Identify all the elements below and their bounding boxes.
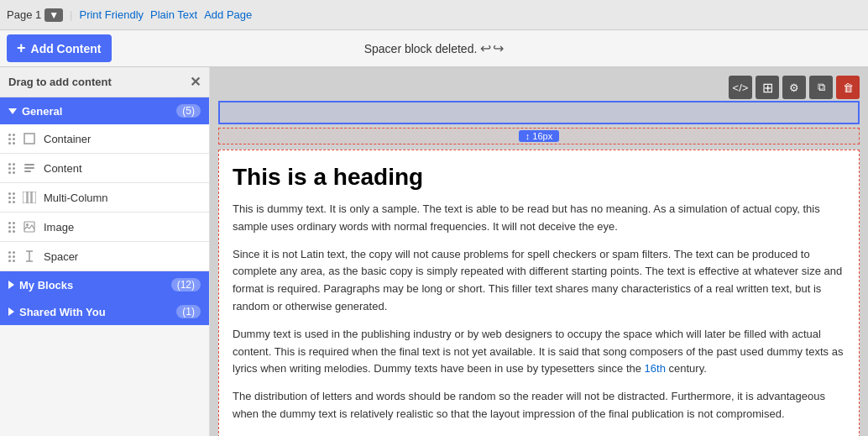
status-message: Spacer block deleted. ↩ ↪ [364, 40, 505, 56]
drag-handle [8, 163, 15, 174]
highlight-16th: 16th [645, 362, 666, 375]
page-indicator: Page 1 ▼ [7, 8, 63, 22]
content-block: This is a heading This is dummy text. It… [218, 150, 860, 436]
sidebar-close-button[interactable]: ✕ [190, 74, 201, 90]
my-blocks-section[interactable]: My Blocks (12) [0, 271, 209, 298]
sidebar-item-content[interactable]: Content [0, 154, 209, 183]
container-icon [22, 131, 37, 146]
drag-handle [8, 192, 15, 203]
multicolumn-icon [22, 190, 37, 205]
sidebar-item-multicolumn[interactable]: Multi-Column [0, 183, 209, 213]
print-friendly-link[interactable]: Print Friendly [79, 8, 144, 21]
drag-handle [8, 251, 15, 262]
general-label: General [22, 105, 62, 118]
spacer-block-selected[interactable] [218, 101, 860, 124]
grid-icon: ⊞ [762, 80, 773, 96]
copy-icon: ⧉ [818, 81, 825, 94]
svg-rect-6 [32, 192, 36, 203]
content-para-1: This is dummy text. It is only a sample.… [233, 201, 845, 236]
svg-rect-1 [24, 164, 34, 165]
sidebar-item-container[interactable]: Container [0, 124, 209, 154]
top-bar: Page 1 ▼ | Print Friendly Plain Text Add… [0, 0, 868, 30]
general-count: (5) [176, 104, 201, 118]
my-blocks-count: (12) [171, 278, 201, 292]
sidebar-header: Drag to add content ✕ [0, 67, 209, 97]
my-blocks-label: My Blocks [19, 279, 73, 292]
spacer-px-label: ↕ 16px [519, 130, 559, 142]
redo-button[interactable]: ↪ [493, 40, 504, 56]
collapse-icon [8, 108, 17, 114]
shared-label: Shared With You [19, 306, 106, 318]
add-content-button[interactable]: + Add Content [7, 34, 112, 62]
grid-button[interactable]: ⊞ [756, 76, 779, 99]
spacer-label: Spacer [44, 250, 78, 263]
content-para-3: Dummy text is used in the publishing ind… [233, 326, 845, 378]
content-para-2: Since it is not Latin text, the copy wil… [233, 246, 845, 316]
expand-icon [8, 307, 14, 316]
sidebar-item-image[interactable]: Image [0, 213, 209, 242]
undo-redo-controls: ↩ ↪ [480, 40, 504, 56]
plus-icon: + [17, 39, 26, 57]
svg-rect-4 [23, 192, 27, 203]
page-label: Page 1 [7, 8, 41, 21]
undo-button[interactable]: ↩ [480, 40, 491, 56]
multicolumn-label: Multi-Column [44, 192, 108, 204]
content-label: Content [44, 162, 82, 175]
plain-text-link[interactable]: Plain Text [150, 8, 197, 21]
svg-rect-3 [24, 171, 31, 172]
image-icon [22, 219, 37, 234]
spacer-icon [22, 249, 37, 264]
gear-icon: ⚙ [789, 81, 799, 94]
container-label: Container [44, 133, 91, 145]
copy-button[interactable]: ⧉ [809, 76, 833, 99]
content-heading: This is a heading [233, 164, 845, 191]
code-button[interactable]: </> [729, 76, 752, 99]
sidebar-item-spacer[interactable]: Spacer [0, 242, 209, 271]
trash-icon: 🗑 [843, 81, 854, 94]
drag-label: Drag to add content [8, 76, 112, 88]
drag-handle [8, 222, 15, 233]
shared-section[interactable]: Shared With You (1) [0, 298, 209, 325]
svg-rect-2 [24, 167, 34, 169]
content-area: </> ⊞ ⚙ ⧉ 🗑 ↕ 16px This is a heading Thi… [210, 67, 868, 436]
code-icon: </> [733, 81, 749, 94]
page-dropdown[interactable]: ▼ [44, 8, 63, 22]
general-section-header[interactable]: General (5) [0, 97, 209, 124]
svg-rect-0 [24, 134, 34, 144]
trash-button[interactable]: 🗑 [836, 76, 860, 99]
add-page-link[interactable]: Add Page [204, 8, 252, 21]
drag-handle [8, 134, 15, 144]
add-content-label: Add Content [31, 42, 102, 55]
spacer-indicator: ↕ 16px [218, 128, 860, 144]
content-para-4: The distribution of letters and words sh… [233, 388, 845, 423]
image-label: Image [44, 221, 74, 234]
content-icon [22, 160, 37, 176]
expand-icon [8, 281, 14, 289]
shared-count: (1) [176, 305, 201, 318]
main-layout: Drag to add content ✕ General (5) Contai… [0, 67, 868, 436]
block-toolbar: </> ⊞ ⚙ ⧉ 🗑 [218, 76, 860, 99]
gear-button[interactable]: ⚙ [782, 76, 806, 99]
sidebar: Drag to add content ✕ General (5) Contai… [0, 67, 210, 436]
svg-rect-5 [28, 192, 31, 203]
svg-point-8 [26, 223, 29, 226]
second-bar: + Add Content Spacer block deleted. ↩ ↪ [0, 30, 868, 67]
